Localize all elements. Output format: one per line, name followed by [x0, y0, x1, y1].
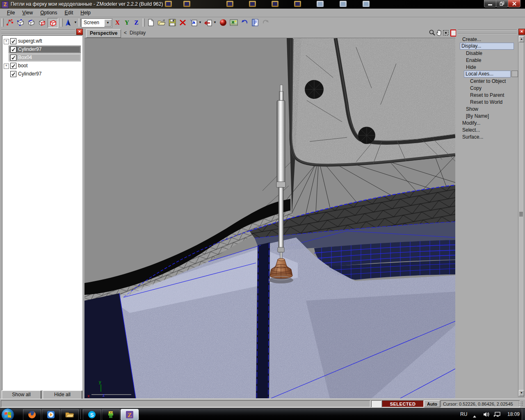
tree-row[interactable]: Box04	[2, 54, 81, 62]
save-button[interactable]	[167, 18, 177, 27]
new-file-button[interactable]	[146, 18, 156, 27]
vertices-mode-button[interactable]	[5, 18, 15, 27]
edge-select-button[interactable]	[26, 18, 36, 27]
show-desktop-button[interactable]	[522, 409, 525, 420]
zoom-tool-icon[interactable]	[429, 30, 435, 36]
log-button[interactable]	[250, 18, 260, 27]
toolbar-grip[interactable]	[61, 18, 63, 27]
scrollbar-thumb-grip[interactable]	[519, 212, 523, 216]
menu-modify[interactable]: Modify...	[462, 120, 480, 126]
menu-help[interactable]: Help	[77, 9, 94, 16]
expand-icon[interactable]: +	[4, 39, 9, 44]
pan-hand-icon[interactable]	[436, 30, 442, 36]
axes-tool-button[interactable]	[63, 18, 73, 27]
context-menu-scrollbar[interactable]: ▲ ▼	[518, 35, 524, 397]
chevron-down-icon[interactable]: ▼	[104, 19, 112, 27]
export-dropdown[interactable]: ▼	[213, 21, 217, 25]
visibility-checkbox[interactable]	[10, 63, 16, 69]
expand-icon[interactable]: +	[4, 64, 9, 69]
material-editor-button[interactable]	[218, 18, 228, 27]
axis-z-button[interactable]: Z	[132, 18, 141, 27]
tree-row[interactable]: Cylinder97	[2, 70, 81, 78]
clock[interactable]: 18:09	[507, 411, 520, 417]
panel-close-button[interactable]: ✕	[76, 29, 83, 35]
menu-disable[interactable]: Disable	[466, 50, 482, 56]
open-file-button[interactable]	[157, 18, 167, 27]
zoom-extents-icon[interactable]	[443, 30, 449, 36]
network-icon[interactable]	[493, 412, 500, 418]
axes-tool-dropdown[interactable]: ▼	[74, 21, 78, 25]
tray-expand-icon[interactable]	[472, 413, 477, 419]
start-button[interactable]	[1, 408, 14, 420]
menu-file[interactable]: File	[3, 9, 18, 16]
resize-grip[interactable]	[518, 401, 523, 406]
panel-drag-handle[interactable]	[458, 30, 517, 34]
menu-display[interactable]: Display...	[461, 43, 481, 49]
menu-show[interactable]: Show	[466, 106, 478, 112]
auto-button[interactable]: Auto	[424, 400, 440, 407]
language-indicator[interactable]: RU	[460, 411, 467, 417]
import-button[interactable]	[189, 18, 199, 27]
export-button[interactable]	[203, 18, 213, 27]
texture-browser-button[interactable]	[229, 18, 239, 27]
volume-icon[interactable]	[483, 412, 490, 418]
menu-by-name[interactable]: [By Name]	[466, 113, 489, 119]
tree-row[interactable]: + supergt.wft	[2, 37, 81, 46]
panel-close-button[interactable]: ✕	[518, 29, 525, 35]
scroll-down-icon[interactable]: ▼	[519, 390, 524, 396]
panel-drag-handle[interactable]	[1, 30, 75, 34]
menu-view[interactable]: View	[18, 9, 37, 16]
menu-hide[interactable]: Hide	[466, 64, 476, 70]
cursor-coordinates: Cursor: 0.52226, 0.86426, 2.02545	[441, 400, 520, 407]
close-button[interactable]	[508, 0, 520, 7]
taskbar-explorer-button[interactable]	[61, 409, 79, 420]
taskbar-skype-button[interactable]: S	[83, 409, 101, 420]
visibility-checkbox[interactable]	[10, 38, 16, 44]
toolbar-grip[interactable]	[79, 18, 81, 27]
menu-reset-to-world[interactable]: Reset to World	[470, 99, 502, 105]
menu-create[interactable]: Create...	[462, 37, 481, 42]
menu-select[interactable]: Select...	[462, 127, 480, 133]
menu-enable[interactable]: Enable	[466, 57, 481, 63]
coordinate-mode-select[interactable]: Screen ▼	[81, 18, 112, 27]
show-all-button[interactable]: Show all	[2, 390, 41, 399]
axis-y-button[interactable]: Y	[123, 18, 131, 27]
import-dropdown[interactable]: ▼	[199, 21, 203, 25]
axis-x-button[interactable]: X	[113, 18, 122, 27]
taskbar-firefox-button[interactable]	[23, 409, 41, 420]
restore-button[interactable]	[496, 0, 508, 7]
tree-row[interactable]: Cylinder97	[2, 46, 81, 54]
visibility-checkbox[interactable]	[10, 46, 16, 52]
redo-button[interactable]	[261, 18, 271, 27]
taskbar-zmodeler-button[interactable]: Z	[121, 409, 139, 420]
undo-button[interactable]	[240, 18, 249, 27]
maximize-viewport-icon[interactable]	[450, 30, 457, 37]
visibility-checkbox[interactable]	[10, 55, 16, 61]
menu-surface[interactable]: Surface...	[462, 134, 483, 140]
tree-row[interactable]: + boot	[2, 62, 81, 70]
desktop-icon	[317, 1, 324, 7]
menu-copy[interactable]: Copy	[470, 85, 482, 91]
taskbar-mediaplayer-button[interactable]	[42, 409, 60, 420]
viewport-3d[interactable]: y z x	[84, 38, 455, 398]
delete-button[interactable]	[178, 18, 188, 27]
menu-reset-to-parent[interactable]: Reset to Parent	[470, 92, 504, 98]
media-player-icon	[47, 411, 55, 419]
face-select-button[interactable]	[37, 18, 47, 27]
toolbar-grip[interactable]	[143, 18, 145, 27]
taskbar-game-button[interactable]	[102, 409, 120, 420]
visibility-checkbox[interactable]	[10, 71, 16, 77]
viewport-view-button[interactable]: Perspective	[86, 29, 121, 38]
hide-all-button[interactable]: Hide all	[43, 390, 82, 399]
object-select-button[interactable]	[48, 18, 58, 28]
toolbar-grip[interactable]	[2, 18, 4, 27]
local-axes-toggle[interactable]	[511, 71, 518, 77]
vertex-select-button[interactable]	[16, 18, 25, 27]
menu-edit[interactable]: Edit	[61, 9, 77, 16]
menu-center-to-object[interactable]: Center to Object	[470, 78, 506, 84]
screen: Z Петли на ферку мои недоделанные - ZMod…	[0, 0, 525, 420]
minimize-button[interactable]	[484, 0, 496, 7]
menu-local-axes[interactable]: Local Axes...	[466, 71, 493, 77]
scroll-up-icon[interactable]: ▲	[519, 36, 524, 42]
menu-options[interactable]: Options	[37, 9, 61, 16]
